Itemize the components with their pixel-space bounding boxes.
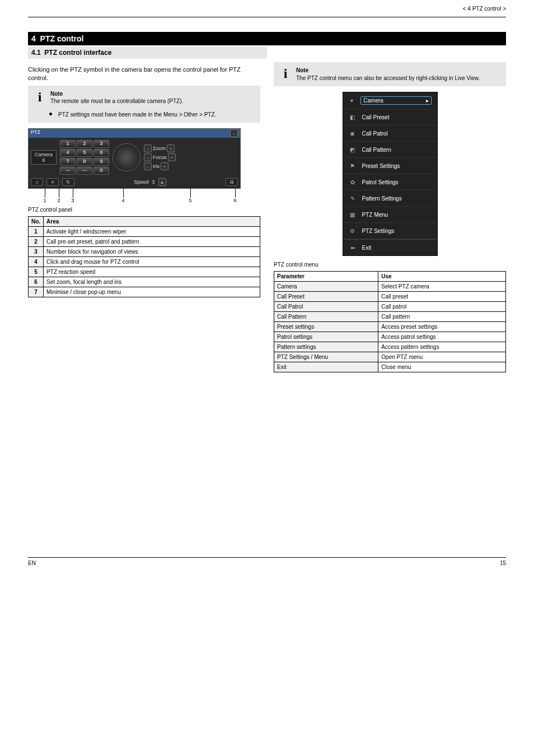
menu-cell-param: Call Pattern	[274, 312, 378, 322]
camera-number: 6	[35, 157, 53, 163]
ctx-item-call-preset[interactable]: ◧ Call Preset	[343, 109, 437, 125]
menu-cell-use: Select PTZ camera	[378, 282, 506, 292]
ctx-label: PTZ Menu	[362, 212, 388, 218]
menu-cell-use: Call preset	[378, 292, 506, 302]
legend-no: 6	[29, 277, 44, 287]
flag-icon: ⚑	[349, 162, 357, 170]
aux-icon[interactable]: ↻	[62, 178, 74, 186]
ctx-item-exit[interactable]: ⬅ Exit	[343, 240, 437, 255]
ctx-label: Call Preset	[362, 114, 390, 120]
figure-caption-right: PTZ control menu	[274, 262, 506, 268]
callout-legend-table: No. Area 1Activate light / windscreen wi…	[28, 216, 260, 297]
legend-area: Minimise / close pop-up menu	[44, 287, 260, 297]
right-column: i Note The PTZ control menu can also be …	[274, 62, 506, 372]
chapter-number: 4	[31, 34, 36, 43]
menu-cell-use: Close menu	[378, 362, 506, 372]
menu-cell-param: Patrol settings	[274, 332, 378, 342]
info-icon: i	[279, 67, 292, 82]
iris-open-icon[interactable]: +	[161, 162, 168, 170]
menu-cell-param: Preset settings	[274, 322, 378, 332]
ctx-item-call-patrol[interactable]: ◙ Call Patrol	[343, 125, 437, 142]
ctx-label: Call Patrol	[362, 130, 388, 137]
ctx-item-call-pattern[interactable]: ◩ Call Pattern	[343, 142, 437, 158]
zoom-out-icon[interactable]: –	[144, 144, 152, 152]
minimize-icon[interactable]: –	[230, 129, 238, 137]
chapter-heading: 4 PTZ control	[28, 32, 506, 45]
numkey-3[interactable]: 3	[93, 140, 109, 148]
zoom-in-icon[interactable]: +	[167, 144, 175, 152]
menu-cell-param: Call Patrol	[274, 302, 378, 312]
ctx-item-preset-settings[interactable]: ⚑ Preset Settings	[343, 158, 437, 174]
restore-icon[interactable]: ⧉	[226, 178, 238, 186]
preset-icon: ◧	[349, 113, 357, 121]
legend-area: Number block for navigation of views	[44, 247, 260, 257]
focus-out-icon[interactable]: –	[144, 153, 152, 161]
light-icon[interactable]: ☼	[31, 178, 43, 186]
grid-icon: ▦	[349, 211, 357, 218]
legend-header-no: No.	[29, 217, 44, 227]
speed-stepper[interactable]: ▲	[158, 178, 166, 186]
numkey-6[interactable]: 6	[93, 149, 109, 157]
legend-no: 2	[29, 237, 44, 247]
header-right: < 4 PTZ control >	[463, 6, 506, 12]
ctx-label: Patrol Settings	[362, 179, 399, 185]
ptz-panel-figure: PTZ – Camera 6 1	[28, 128, 260, 203]
ctx-label: Exit	[362, 245, 372, 251]
ctx-label: Pattern Settings	[362, 195, 402, 202]
focus-label: Focus	[153, 155, 167, 160]
focus-in-icon[interactable]: +	[168, 153, 176, 161]
ctx-label: Preset Settings	[362, 163, 400, 169]
section-heading: 4.1 PTZ control interface	[28, 46, 267, 59]
numkey-2[interactable]: 2	[77, 140, 92, 148]
menu-cell-use: Access preset settings	[378, 322, 506, 332]
legend-area: PTZ reaction speed	[44, 267, 260, 277]
note-bullet: PTZ settings must have been made in the …	[58, 108, 216, 119]
numkey-7[interactable]: 7	[60, 158, 76, 166]
pen-icon: ✎	[349, 194, 357, 202]
legend-header-area: Area	[44, 217, 260, 227]
menu-header-use: Use	[378, 272, 506, 282]
numkey-5[interactable]: 5	[77, 149, 92, 157]
menu-cell-use: Access patrol settings	[378, 332, 506, 342]
iris-close-icon[interactable]: –	[144, 162, 152, 170]
ctx-label: Camera	[363, 97, 383, 104]
numkey-9[interactable]: 9	[93, 158, 109, 166]
note-heading: Note	[50, 91, 63, 97]
camera-menu-icon: ▾	[349, 97, 355, 105]
number-pad[interactable]: 1 2 3 4 5 6 7 8 9 -- --- 0	[60, 140, 109, 175]
numkey-8[interactable]: 8	[77, 158, 92, 166]
menu-cell-param: Exit	[274, 362, 378, 372]
pattern-icon: ◩	[349, 146, 357, 153]
section-title: PTZ control interface	[44, 49, 111, 57]
ptz-context-menu: ▾ Camera ▸ ◧ Call Preset ◙ Call Patrol	[343, 92, 438, 256]
numkey-4[interactable]: 4	[60, 149, 76, 157]
ctx-item-patrol-settings[interactable]: ✿ Patrol Settings	[343, 174, 437, 190]
legend-area: Activate light / windscreen wiper	[44, 227, 260, 237]
legend-area: Call pre-set preset, patrol and pattern	[44, 237, 260, 247]
numkey-dash[interactable]: --	[60, 167, 76, 175]
ctx-label: Call Pattern	[362, 147, 391, 153]
ctx-item-pattern-settings[interactable]: ✎ Pattern Settings	[343, 190, 437, 207]
gear-outline-icon: ✿	[349, 178, 357, 186]
back-arrow-icon: ⬅	[349, 244, 357, 251]
menu-cell-param: Pattern settings	[274, 342, 378, 352]
camera-label: Camera 6	[31, 150, 57, 165]
legend-no: 5	[29, 267, 44, 277]
numkey-1[interactable]: 1	[60, 140, 76, 148]
note-box-left: i Note The remote site must be a control…	[28, 86, 260, 123]
menu-description-table: Parameter Use CameraSelect PTZ camera Ca…	[274, 271, 506, 372]
ctx-item-ptz-menu[interactable]: ▦ PTZ Menu	[343, 207, 437, 223]
legend-no: 4	[29, 257, 44, 267]
note-box-right: i Note The PTZ control menu can also be …	[274, 62, 506, 86]
numkey-0[interactable]: 0	[93, 167, 109, 175]
info-icon: i	[34, 90, 46, 119]
menu-cell-param: PTZ Settings / Menu	[274, 352, 378, 362]
menu-cell-use: Call pattern	[378, 312, 506, 322]
wiper-icon[interactable]: ≡	[46, 178, 59, 186]
ptz-window-title: PTZ	[31, 129, 40, 137]
direction-pad[interactable]	[113, 143, 140, 171]
ctx-item-camera[interactable]: ▾ Camera ▸	[343, 92, 437, 109]
numkey-ddash[interactable]: ---	[77, 167, 92, 175]
ctx-item-ptz-settings[interactable]: ⚙ PTZ Settings	[343, 223, 437, 239]
sliders-icon: ⚙	[349, 227, 357, 235]
